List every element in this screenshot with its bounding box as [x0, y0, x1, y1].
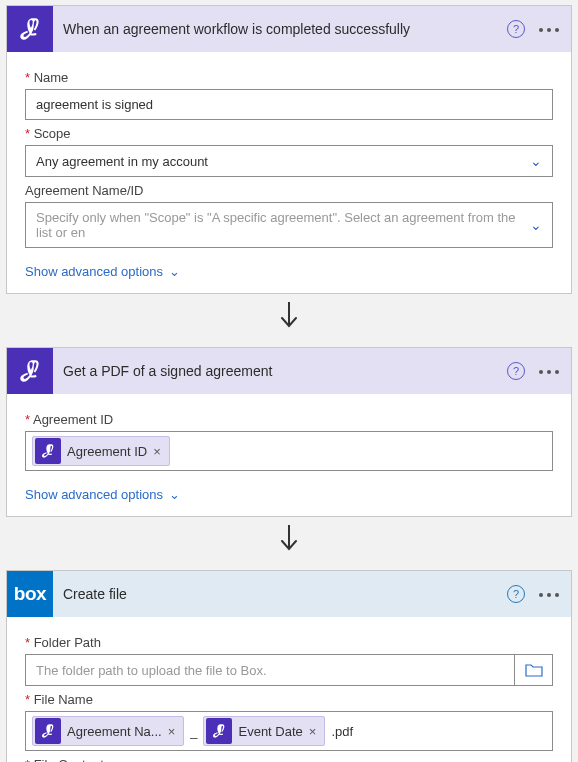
help-icon[interactable]: ? [507, 362, 525, 380]
folder-icon [525, 663, 543, 677]
chevron-down-icon: ⌄ [530, 217, 542, 233]
card-body: Name Scope Any agreement in my account ⌄… [7, 52, 571, 264]
scope-value: Any agreement in my account [36, 154, 208, 169]
suffix-text: .pdf [329, 724, 355, 739]
card-title: When an agreement workflow is completed … [63, 21, 507, 37]
token-agreement-name[interactable]: Agreement Na... × [32, 716, 184, 746]
agreement-id-label: Agreement ID [25, 412, 553, 427]
token-agreement-id[interactable]: Agreement ID × [32, 436, 170, 466]
card-body: Folder Path File Name Agreement Na... × … [7, 617, 571, 762]
token-label: Event Date [238, 724, 302, 739]
folder-path-input[interactable] [25, 654, 515, 686]
scope-select[interactable]: Any agreement in my account ⌄ [25, 145, 553, 177]
help-icon[interactable]: ? [507, 20, 525, 38]
token-event-date[interactable]: Event Date × [203, 716, 325, 746]
token-label: Agreement Na... [67, 724, 162, 739]
adobe-sign-icon [7, 6, 53, 52]
file-content-label: File Content [25, 757, 553, 762]
chevron-down-icon: ⌄ [169, 487, 180, 502]
separator-text: _ [188, 724, 199, 739]
adobe-sign-icon [35, 438, 61, 464]
card-body: Agreement ID Agreement ID × [7, 394, 571, 487]
action-card-pdf: Get a PDF of a signed agreement ? Agreem… [6, 347, 572, 517]
action-card-box: box Create file ? Folder Path File Name … [6, 570, 572, 762]
name-label: Name [25, 70, 553, 85]
file-name-label: File Name [25, 692, 553, 707]
card-header[interactable]: Get a PDF of a signed agreement ? [7, 348, 571, 394]
more-icon[interactable] [537, 22, 561, 37]
agreement-id-input[interactable]: Agreement ID × [25, 431, 553, 471]
card-header[interactable]: When an agreement workflow is completed … [7, 6, 571, 52]
show-advanced-link[interactable]: Show advanced options⌄ [25, 264, 180, 279]
chevron-down-icon: ⌄ [530, 153, 542, 169]
file-name-input[interactable]: Agreement Na... × _ Event Date × .pdf [25, 711, 553, 751]
name-input[interactable] [25, 89, 553, 120]
close-icon[interactable]: × [168, 724, 176, 739]
token-label: Agreement ID [67, 444, 147, 459]
card-title: Create file [63, 586, 507, 602]
show-advanced-link[interactable]: Show advanced options⌄ [25, 487, 180, 502]
flow-arrow [6, 294, 572, 347]
advanced-row: Show advanced options⌄ [7, 487, 571, 516]
box-icon: box [7, 571, 53, 617]
close-icon[interactable]: × [153, 444, 161, 459]
more-icon[interactable] [537, 587, 561, 602]
folder-picker-button[interactable] [515, 654, 553, 686]
help-icon[interactable]: ? [507, 585, 525, 603]
agreement-label: Agreement Name/ID [25, 183, 553, 198]
card-title: Get a PDF of a signed agreement [63, 363, 507, 379]
folder-path-label: Folder Path [25, 635, 553, 650]
adobe-sign-icon [7, 348, 53, 394]
trigger-card: When an agreement workflow is completed … [6, 5, 572, 294]
card-header[interactable]: box Create file ? [7, 571, 571, 617]
more-icon[interactable] [537, 364, 561, 379]
scope-label: Scope [25, 126, 553, 141]
agreement-placeholder: Specify only when "Scope" is "A specific… [36, 210, 530, 240]
agreement-select[interactable]: Specify only when "Scope" is "A specific… [25, 202, 553, 248]
chevron-down-icon: ⌄ [169, 264, 180, 279]
adobe-sign-icon [35, 718, 61, 744]
adobe-sign-icon [206, 718, 232, 744]
close-icon[interactable]: × [309, 724, 317, 739]
flow-arrow [6, 517, 572, 570]
advanced-row: Show advanced options⌄ [7, 264, 571, 293]
